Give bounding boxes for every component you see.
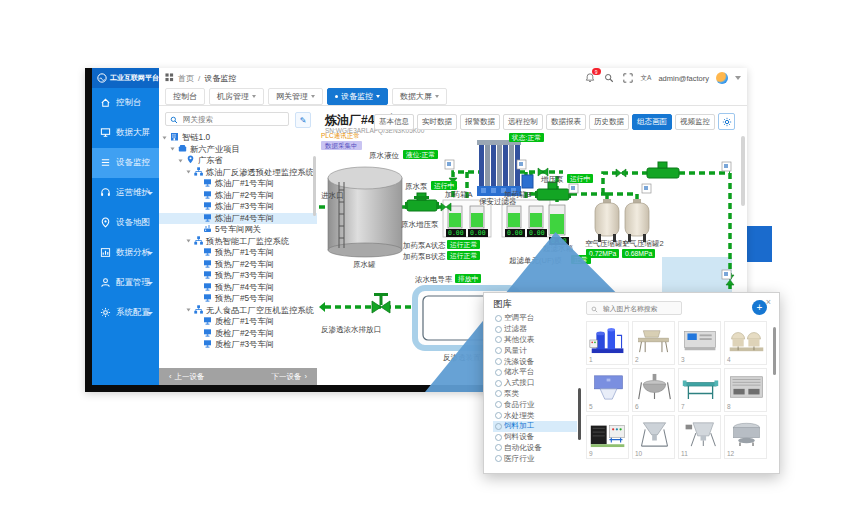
tree-node-2[interactable]: 广东省 [159, 155, 317, 167]
user-name[interactable]: admin@factory [658, 74, 709, 83]
gallery-category-10[interactable]: 饲料加工 [493, 421, 577, 432]
gallery-tile-9[interactable]: 9 [586, 415, 629, 459]
gallery-tile-5[interactable]: 5 [586, 368, 629, 412]
gallery-dialog: 图库 × 空调平台过滤器其他仪表风量计洗涤设备储水平台入式接口泵类食品行业水处理… [483, 292, 780, 474]
gallery-tile-12[interactable]: 12 [724, 415, 767, 459]
language-icon[interactable]: 文A [641, 74, 652, 83]
tree-node-9[interactable]: 预热智能工厂监控系统 [159, 236, 317, 248]
tree-edit-button[interactable]: ✎ [295, 112, 311, 128]
sidebar-item-0[interactable]: 控制台 [92, 88, 159, 118]
tree-node-8[interactable]: 5号车间网关 [159, 224, 317, 236]
gallery-tile-3[interactable]: 3 [678, 321, 721, 365]
tree-expander[interactable] [163, 136, 167, 139]
gallery-category-12[interactable]: 自动化设备 [493, 443, 577, 454]
search-icon[interactable] [603, 72, 615, 84]
tree-expander[interactable] [179, 159, 183, 162]
fullscreen-icon[interactable] [622, 72, 634, 84]
gallery-category-4[interactable]: 洗涤设备 [493, 356, 577, 367]
action-button-5[interactable]: 历史数据 [589, 114, 629, 130]
tab-4[interactable]: 数据大屏 [392, 88, 447, 105]
tree-node-10[interactable]: 预热厂#1号车间 [159, 247, 317, 259]
gallery-category-1[interactable]: 过滤器 [493, 324, 577, 335]
gallery-tile-11[interactable]: 11 [678, 415, 721, 459]
gallery-list-scrollbar[interactable] [578, 388, 581, 440]
tree-node-12[interactable]: 预热厂#3号车间 [159, 270, 317, 282]
gallery-tile-6[interactable]: 6 [632, 368, 675, 412]
tree-node-17[interactable]: 质检厂#2号车间 [159, 328, 317, 340]
tree-scrollbar[interactable] [313, 156, 316, 216]
tree-search-input[interactable] [181, 114, 284, 125]
next-device-button[interactable]: 下一设备 › [272, 372, 308, 382]
tree-node-11[interactable]: 预热厂#2号车间 [159, 259, 317, 271]
prev-device-button[interactable]: ‹ 上一设备 [169, 372, 205, 382]
gallery-category-6[interactable]: 入式接口 [493, 378, 577, 389]
tree-node-icon [194, 236, 203, 247]
sidebar-item-7[interactable]: 系统配置 [92, 298, 159, 328]
tree-node-14[interactable]: 预热厂#5号车间 [159, 293, 317, 305]
sidebar-item-1[interactable]: 数据大屏 [92, 118, 159, 148]
diagram-purple-chip: 数据采集中 [321, 141, 362, 150]
gallery-search-input[interactable] [601, 304, 677, 313]
tree-node-0[interactable]: 智链1.0 [159, 132, 317, 144]
diagram-label: 增压泵 [541, 176, 564, 184]
gallery-category-9[interactable]: 水处理类 [493, 410, 577, 421]
tree-node-6[interactable]: 炼油厂#3号车间 [159, 201, 317, 213]
action-button-1[interactable]: 实时数据 [417, 114, 457, 130]
sidebar-item-3[interactable]: 运营维护 [92, 178, 159, 208]
gallery-category-5[interactable]: 储水平台 [493, 367, 577, 378]
action-button-7[interactable]: 视频监控 [675, 114, 715, 130]
tree-node-16[interactable]: 质检厂#1号车间 [159, 316, 317, 328]
tree-expander[interactable] [187, 309, 191, 312]
sidebar-item-5[interactable]: 数据分析 [92, 238, 159, 268]
tree-expander[interactable] [171, 148, 175, 151]
tab-2[interactable]: 网关管理 [268, 88, 323, 105]
tab-3[interactable]: 设备监控 [327, 88, 388, 105]
apps-grid-icon[interactable] [165, 73, 174, 84]
breadcrumb-home[interactable]: 首页 [178, 73, 194, 84]
gallery-tile-1[interactable]: 1 [586, 321, 629, 365]
action-button-0[interactable]: 基本信息 [374, 114, 414, 130]
tree-expander[interactable] [187, 171, 191, 174]
tree-node-3[interactable]: 炼油厂反渗透预处理监控系统 [159, 167, 317, 179]
tree-node-5[interactable]: 炼油厂#2号车间 [159, 190, 317, 202]
gallery-category-2[interactable]: 其他仪表 [493, 335, 577, 346]
diagram-label: 原水泵 [405, 183, 428, 191]
tree-node-15[interactable]: 无人食品工厂空压机监控系统 [159, 305, 317, 317]
gallery-tile-8[interactable]: 8 [724, 368, 767, 412]
tree-node-13[interactable]: 预热厂#4号车间 [159, 282, 317, 294]
gallery-tile-2[interactable]: 2 [632, 321, 675, 365]
tree-node-label: 预热厂#4号车间 [215, 282, 274, 293]
gallery-category-7[interactable]: 泵类 [493, 389, 577, 400]
tab-0[interactable]: 控制台 [165, 88, 205, 105]
canvas-settings-gear-icon[interactable] [718, 113, 735, 130]
tree-node-7[interactable]: 炼油厂#4号车间 [159, 213, 317, 225]
sidebar-item-6[interactable]: 配置管理 [92, 268, 159, 298]
gallery-tile-7[interactable]: 7 [678, 368, 721, 412]
diagram-label: 加药箱A [445, 191, 473, 199]
gallery-add-button[interactable]: + [752, 300, 767, 315]
gallery-category-13[interactable]: 医疗行业 [493, 453, 577, 463]
gallery-category-0[interactable]: 空调平台 [493, 313, 577, 324]
gallery-category-8[interactable]: 食品行业 [493, 399, 577, 410]
gallery-tile-4[interactable]: 4 [724, 321, 767, 365]
canvas-scrollbar[interactable] [741, 136, 745, 206]
gallery-category-3[interactable]: 风量计 [493, 345, 577, 356]
tile-number: 3 [681, 356, 685, 363]
action-button-4[interactable]: 数据报表 [546, 114, 586, 130]
tree-node-4[interactable]: 炼油厂#1号车间 [159, 178, 317, 190]
user-menu-caret-icon[interactable] [735, 76, 741, 80]
notification-bell-icon[interactable]: 9 [584, 72, 596, 84]
gallery-category-11[interactable]: 饲料设备 [493, 432, 577, 443]
tree-expander[interactable] [187, 240, 191, 243]
sidebar-item-2[interactable]: 设备监控 [92, 148, 159, 178]
gallery-grid-scrollbar[interactable] [773, 327, 776, 375]
avatar[interactable] [716, 72, 728, 84]
sidebar-item-4[interactable]: 设备地图 [92, 208, 159, 238]
tree-node-1[interactable]: 新六产业项目 [159, 144, 317, 156]
action-button-2[interactable]: 报警数据 [460, 114, 500, 130]
action-button-3[interactable]: 远程控制 [503, 114, 543, 130]
gallery-tile-10[interactable]: 10 [632, 415, 675, 459]
action-button-6[interactable]: 组态画面 [632, 114, 672, 130]
tree-node-18[interactable]: 质检厂#3号车间 [159, 339, 317, 350]
tab-1[interactable]: 机房管理 [209, 88, 264, 105]
